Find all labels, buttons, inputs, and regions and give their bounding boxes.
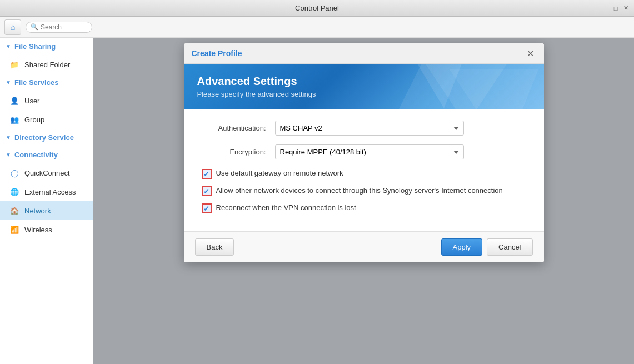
banner-tri-1 xyxy=(422,64,511,109)
close-button[interactable]: ✕ xyxy=(622,4,630,12)
sidebar-section-directory-service-label: Directory Service xyxy=(14,133,74,142)
app-window: Control Panel – □ ✕ ⌂ 🔍 ▼ File Sharing 📁 xyxy=(0,0,634,364)
sidebar-item-network-label: Network xyxy=(24,207,51,215)
main-content: Create Profile ✕ Advanced Settings Pleas… xyxy=(93,38,634,364)
authentication-label: Authentication: xyxy=(197,124,275,132)
search-input[interactable] xyxy=(41,23,85,31)
modal-title: Create Profile xyxy=(192,49,242,58)
sidebar-item-group[interactable]: 👥 Group xyxy=(0,110,93,129)
network-icon: 🏠 xyxy=(9,205,20,216)
quickconnect-icon: ◯ xyxy=(9,167,20,178)
home-button[interactable]: ⌂ xyxy=(4,19,21,35)
sidebar-item-group-label: Group xyxy=(24,116,44,124)
chevron-icon: ▼ xyxy=(6,43,11,49)
create-profile-modal: Create Profile ✕ Advanced Settings Pleas… xyxy=(184,43,544,262)
checkbox-group: ✓ Use default gateway on remote network … xyxy=(197,168,531,213)
banner-tri-2 xyxy=(450,69,538,109)
authentication-row: Authentication: MS CHAP v2 CHAP PAP xyxy=(197,121,531,136)
sidebar-item-shared-folder[interactable]: 📁 Shared Folder xyxy=(0,55,93,74)
minimize-button[interactable]: – xyxy=(602,4,610,12)
modal-close-button[interactable]: ✕ xyxy=(525,48,536,59)
check-mark-3: ✓ xyxy=(203,205,209,213)
sidebar-item-wireless-label: Wireless xyxy=(24,226,52,234)
banner-decoration xyxy=(364,64,544,109)
sidebar-section-connectivity-label: Connectivity xyxy=(14,151,58,159)
modal-footer-right: Apply Cancel xyxy=(441,238,533,256)
modal-body: Authentication: MS CHAP v2 CHAP PAP xyxy=(184,109,544,231)
sidebar-item-network[interactable]: 🏠 Network xyxy=(0,201,93,220)
sidebar-item-quickconnect-label: QuickConnect xyxy=(24,169,70,177)
apply-button[interactable]: Apply xyxy=(441,238,483,256)
sidebar-item-user[interactable]: 👤 User xyxy=(0,91,93,110)
sidebar-item-quickconnect[interactable]: ◯ QuickConnect xyxy=(0,163,93,182)
sidebar-item-external-access-label: External Access xyxy=(24,188,76,196)
checkbox-row-2: ✓ Allow other network devices to connect… xyxy=(202,186,531,196)
title-bar: Control Panel – □ ✕ xyxy=(0,0,634,17)
search-icon: 🔍 xyxy=(31,23,38,31)
check-mark-1: ✓ xyxy=(203,170,209,178)
back-button[interactable]: Back xyxy=(195,238,234,256)
sidebar-item-user-label: User xyxy=(24,97,39,105)
modal-titlebar: Create Profile ✕ xyxy=(184,43,544,64)
reconnect-label: Reconnect when the VPN connection is los… xyxy=(216,203,356,213)
window-controls: – □ ✕ xyxy=(602,4,630,12)
sidebar: ▼ File Sharing 📁 Shared Folder ▼ File Se… xyxy=(0,38,93,364)
default-gateway-label: Use default gateway on remote network xyxy=(216,168,343,178)
default-gateway-checkbox[interactable]: ✓ xyxy=(202,169,212,179)
folder-icon: 📁 xyxy=(9,59,20,70)
encryption-select[interactable]: Require MPPE (40/128 bit) No Encryption … xyxy=(275,144,464,159)
toolbar: ⌂ 🔍 xyxy=(0,17,634,38)
sidebar-section-file-sharing[interactable]: ▼ File Sharing xyxy=(0,38,93,55)
sidebar-section-file-services-label: File Services xyxy=(14,78,59,87)
authentication-control: MS CHAP v2 CHAP PAP xyxy=(275,121,531,136)
search-box: 🔍 xyxy=(26,22,92,33)
modal-footer: Back Apply Cancel xyxy=(184,231,544,262)
chevron-icon-2: ▼ xyxy=(6,79,11,86)
checkbox-row-3: ✓ Reconnect when the VPN connection is l… xyxy=(202,203,531,213)
authentication-select[interactable]: MS CHAP v2 CHAP PAP xyxy=(275,121,464,136)
sidebar-section-file-sharing-label: File Sharing xyxy=(14,42,56,51)
modal-overlay: Create Profile ✕ Advanced Settings Pleas… xyxy=(93,38,634,364)
wireless-icon: 📶 xyxy=(9,224,20,235)
cancel-button[interactable]: Cancel xyxy=(487,238,532,256)
external-access-icon: 🌐 xyxy=(9,186,20,197)
allow-devices-label: Allow other network devices to connect t… xyxy=(216,186,503,196)
group-icon: 👥 xyxy=(9,114,20,125)
home-icon: ⌂ xyxy=(10,22,15,32)
sidebar-section-file-services[interactable]: ▼ File Services xyxy=(0,74,93,91)
reconnect-checkbox[interactable]: ✓ xyxy=(202,203,212,213)
chevron-icon-4: ▼ xyxy=(6,152,11,158)
allow-devices-checkbox[interactable]: ✓ xyxy=(202,186,212,196)
sidebar-section-directory-service[interactable]: ▼ Directory Service xyxy=(0,129,93,146)
user-icon: 👤 xyxy=(9,95,20,106)
modal-banner: Advanced Settings Please specify the adv… xyxy=(184,64,544,109)
content-area: ▼ File Sharing 📁 Shared Folder ▼ File Se… xyxy=(0,38,634,364)
app-title: Control Panel xyxy=(295,4,339,12)
sidebar-item-external-access[interactable]: 🌐 External Access xyxy=(0,182,93,201)
encryption-label: Encryption: xyxy=(197,148,275,156)
check-mark-2: ✓ xyxy=(203,187,209,196)
checkbox-row-1: ✓ Use default gateway on remote network xyxy=(202,168,531,179)
sidebar-item-wireless[interactable]: 📶 Wireless xyxy=(0,220,93,239)
sidebar-item-shared-folder-label: Shared Folder xyxy=(24,61,70,69)
banner-tri-3 xyxy=(411,64,466,108)
sidebar-section-connectivity[interactable]: ▼ Connectivity xyxy=(0,146,93,163)
chevron-icon-3: ▼ xyxy=(6,134,11,141)
encryption-control: Require MPPE (40/128 bit) No Encryption … xyxy=(275,144,531,159)
encryption-row: Encryption: Require MPPE (40/128 bit) No… xyxy=(197,144,531,159)
maximize-button[interactable]: □ xyxy=(612,4,620,12)
